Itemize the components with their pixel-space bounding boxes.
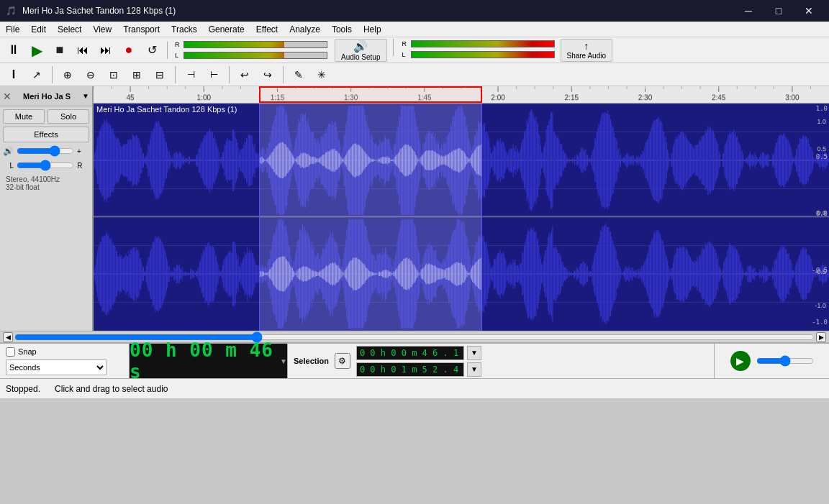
pan-control-row: L R [10, 160, 83, 171]
status-stopped: Stopped. [6, 384, 40, 394]
snap-label: Snap [18, 347, 37, 356]
record-button[interactable]: ● [118, 40, 140, 61]
zoom-in-button[interactable]: ⊕ [57, 64, 78, 86]
vu-bar-top-empty [284, 42, 327, 47]
minimize-button[interactable]: ─ [734, 0, 763, 22]
snap-section: Snap Seconds [0, 344, 130, 378]
loop-button[interactable]: ↺ [141, 40, 163, 61]
status-bar: Stopped. Click and drag to select audio [0, 378, 829, 398]
share-icon: ↑ [584, 40, 589, 52]
menu-help[interactable]: Help [358, 22, 387, 37]
skip-back-button[interactable]: ⏮ [72, 40, 94, 61]
effects-button[interactable]: Effects [3, 127, 89, 142]
toolbar2-sep-4 [283, 66, 284, 83]
menu-view[interactable]: View [87, 22, 117, 37]
play-button[interactable]: ▶ [26, 40, 47, 61]
gain-row: 🔊 + [3, 145, 89, 157]
toolbar2-sep-1 [52, 66, 53, 83]
sel-start-dropdown[interactable]: ▼ [467, 346, 481, 360]
time-ruler[interactable] [94, 86, 829, 104]
share-audio-label: Share Audio [567, 52, 607, 60]
menu-effect[interactable]: Effect [250, 22, 284, 37]
track-sample-rate: Stereo, 44100Hz [6, 175, 86, 183]
menu-select[interactable]: Select [52, 22, 87, 37]
track-bit-depth: 32-bit float [6, 183, 86, 191]
title-left: 🎵 Meri Ho Ja Sachet Tandon 128 Kbps (1) [6, 6, 176, 16]
play-green-button[interactable]: ▶ [730, 351, 751, 371]
snap-checkbox[interactable] [6, 347, 15, 357]
waveform-wrapper[interactable]: Meri Ho Ja Sachet Tandon 128 Kbps (1) 1.… [94, 104, 829, 331]
select-tool-button[interactable]: I [3, 64, 24, 86]
vu-meter-area: R L [175, 40, 327, 60]
trim-left-button[interactable]: ⊣ [180, 64, 201, 86]
redo-button[interactable]: ↪ [257, 64, 278, 86]
current-time: 00 h 00 m 46 s [130, 339, 277, 382]
vu-meter-row-2: L [175, 50, 327, 60]
titlebar: 🎵 Meri Ho Ja Sachet Tandon 128 Kbps (1) … [0, 0, 829, 22]
menu-analyze[interactable]: Analyze [284, 22, 326, 37]
vu-bar-bottom-empty [284, 52, 327, 58]
zoom-out-button[interactable]: ⊖ [80, 64, 101, 86]
skip-forward-button[interactable]: ⏭ [95, 40, 117, 61]
audio-buttons: 🔊 Audio Setup R L ↑ Share Audio [335, 39, 612, 62]
pan-slider[interactable] [17, 160, 74, 171]
trim-right-button[interactable]: ⊢ [203, 64, 225, 86]
maximize-button[interactable]: □ [764, 0, 793, 22]
envelope-tool-button[interactable]: ↗ [26, 64, 47, 86]
track-dropdown-arrow[interactable]: ▼ [82, 92, 89, 100]
sel-start-row: ▼ [356, 346, 481, 360]
scroll-right-button[interactable]: ▶ [816, 332, 826, 342]
menu-tools[interactable]: Tools [326, 22, 358, 37]
rec-vu-bar-top [411, 40, 555, 47]
gain-icon: 🔊 [3, 146, 14, 156]
audio-setup-label: Audio Setup [341, 53, 381, 61]
vu-bar-bottom [184, 52, 327, 59]
track-controls: Mute Solo Effects 🔊 + L R [0, 106, 92, 196]
pause-button[interactable]: ⏸ [3, 40, 24, 61]
scroll-left-button[interactable]: ◀ [3, 332, 13, 342]
rec-vu-r: L [402, 51, 409, 58]
menu-tracks[interactable]: Tracks [166, 22, 203, 37]
share-audio-button[interactable]: ↑ Share Audio [561, 39, 613, 62]
sel-end-row: ▼ [356, 362, 481, 377]
undo-button[interactable]: ↩ [234, 64, 255, 86]
menu-transport[interactable]: Transport [117, 22, 166, 37]
solo-button[interactable]: Solo [47, 109, 89, 124]
audio-setup-button[interactable]: 🔊 Audio Setup [335, 39, 387, 62]
sel-end-dropdown[interactable]: ▼ [467, 362, 481, 377]
menu-generate[interactable]: Generate [203, 22, 250, 37]
track-name-dropdown[interactable]: Meri Ho Ja S [23, 92, 71, 101]
draw-tool-button[interactable]: ✎ [288, 64, 309, 86]
sel-end-input[interactable] [356, 362, 464, 377]
zoom-selection-button[interactable]: ⊞ [126, 64, 148, 86]
multi-tool-button[interactable]: ✳ [311, 64, 332, 86]
status-hint: Click and drag to select audio [55, 384, 168, 394]
speaker-icon: 🔊 [353, 40, 368, 53]
stop-button[interactable]: ■ [49, 40, 71, 61]
close-track-button[interactable]: ✕ [3, 91, 12, 102]
play-section: ▶ [714, 344, 829, 378]
mute-button[interactable]: Mute [3, 109, 45, 124]
bottom-bar: Snap Seconds 00 h 00 m 46 s ▼ Selection … [0, 342, 829, 378]
selection-settings-button[interactable]: ⚙ [335, 353, 350, 369]
time-dropdown-arrow[interactable]: ▼ [280, 357, 287, 365]
zoom-full-button[interactable]: ⊟ [149, 64, 171, 86]
menubar: File Edit Select View Transport Tracks G… [0, 22, 829, 37]
waveform-canvas[interactable] [94, 104, 829, 331]
gain-slider[interactable] [17, 145, 74, 157]
playback-speed-slider[interactable] [756, 355, 814, 367]
menu-file[interactable]: File [0, 22, 25, 37]
rec-vu-l: R [402, 40, 409, 47]
seconds-select[interactable]: Seconds [6, 359, 107, 375]
track-area: ✕ Meri Ho Ja S ▼ Mute Solo Effects 🔊 + [0, 86, 829, 331]
close-button[interactable]: ✕ [794, 0, 823, 22]
rec-vu-row-2: L [402, 50, 555, 60]
track-panel: ✕ Meri Ho Ja S ▼ Mute Solo Effects 🔊 + [0, 86, 94, 331]
window-controls: ─ □ ✕ [734, 0, 823, 22]
main-area: ✕ Meri Ho Ja S ▼ Mute Solo Effects 🔊 + [0, 86, 829, 331]
sel-start-input[interactable] [356, 346, 464, 360]
zoom-fit-button[interactable]: ⊡ [103, 64, 124, 86]
toolbar-separator-2 [393, 39, 394, 56]
pan-label: L [10, 162, 14, 170]
menu-edit[interactable]: Edit [25, 22, 52, 37]
